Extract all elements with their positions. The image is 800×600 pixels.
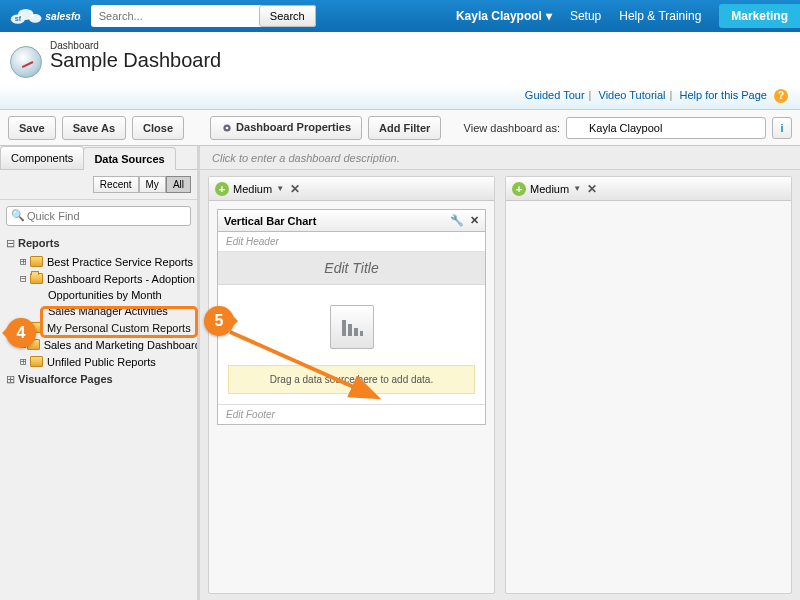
column-size-label: Medium	[530, 183, 569, 195]
filter-recent[interactable]: Recent	[93, 176, 139, 193]
help-page-link[interactable]: Help for this Page	[680, 89, 767, 101]
sidebar: Components Data Sources RecentMyAll 🔍 Re…	[0, 146, 200, 600]
add-component-button[interactable]: +	[215, 182, 229, 196]
svg-rect-9	[354, 328, 358, 336]
user-menu[interactable]: Kayla Claypool ▾	[456, 9, 552, 23]
view-as-label: View dashboard as:	[464, 122, 560, 134]
data-drop-zone[interactable]: Drag a data source here to add data.	[228, 365, 475, 394]
column-size-label: Medium	[233, 183, 272, 195]
chart-component[interactable]: Vertical Bar Chart 🔧 ✕ Edit Header Edit …	[217, 209, 486, 425]
edit-footer-field[interactable]: Edit Footer	[218, 404, 485, 424]
chevron-down-icon: ▾	[546, 9, 552, 23]
report-sales-manager-activities[interactable]: Sales Manager Activities	[4, 303, 197, 319]
page-header: Dashboard Sample Dashboard Guided Tour| …	[0, 32, 800, 110]
reports-section[interactable]: Reports	[4, 234, 197, 253]
filter-my[interactable]: My	[139, 176, 166, 193]
workspace: Components Data Sources RecentMyAll 🔍 Re…	[0, 146, 800, 600]
info-button[interactable]: i	[772, 117, 792, 139]
edit-title-field[interactable]: Edit Title	[218, 252, 485, 285]
column-size-menu[interactable]: ▼	[276, 184, 284, 193]
component-type-label: Vertical Bar Chart	[224, 215, 316, 227]
close-button[interactable]: Close	[132, 116, 184, 140]
page-title: Sample Dashboard	[50, 49, 221, 72]
svg-rect-10	[360, 331, 363, 336]
quick-find-input[interactable]	[6, 206, 191, 226]
gear-icon	[221, 122, 233, 134]
svg-rect-8	[348, 324, 352, 336]
step-marker-5: 5	[204, 306, 234, 336]
dashboard-column-1: + Medium ▼ ✕ Vertical Bar Chart 🔧 ✕ Edit…	[208, 176, 495, 594]
add-component-button[interactable]: +	[512, 182, 526, 196]
data-source-tree: Reports ⊞Best Practice Service Reports ⊟…	[0, 232, 197, 397]
svg-text:salesforce: salesforce	[45, 11, 80, 22]
guided-tour-link[interactable]: Guided Tour	[525, 89, 585, 101]
folder-unfiled-public[interactable]: ⊞Unfiled Public Reports	[4, 353, 197, 370]
svg-point-2	[29, 14, 42, 23]
help-links: Guided Tour| Video Tutorial| Help for th…	[525, 89, 788, 103]
vertical-bar-chart-icon[interactable]	[330, 305, 374, 349]
search-input[interactable]	[91, 10, 259, 22]
global-search: Search	[91, 5, 316, 27]
svg-rect-7	[342, 320, 346, 336]
user-name: Kayla Claypool	[456, 9, 542, 23]
save-button[interactable]: Save	[8, 116, 56, 140]
setup-link[interactable]: Setup	[570, 9, 601, 23]
action-toolbar: Save Save As Close Dashboard Properties …	[0, 110, 800, 146]
svg-point-6	[226, 127, 229, 130]
dashboard-properties-button[interactable]: Dashboard Properties	[210, 116, 362, 140]
view-as-input[interactable]	[566, 117, 766, 139]
component-remove-button[interactable]: ✕	[470, 214, 479, 227]
folder-best-practice[interactable]: ⊞Best Practice Service Reports	[4, 253, 197, 270]
search-icon: 🔍	[11, 209, 25, 222]
save-as-button[interactable]: Save As	[62, 116, 126, 140]
dashboard-canvas: Click to enter a dashboard description. …	[200, 146, 800, 600]
filter-all[interactable]: All	[166, 176, 191, 193]
dashboard-icon	[10, 46, 42, 78]
description-bar[interactable]: Click to enter a dashboard description.	[200, 146, 800, 170]
column-remove-button[interactable]: ✕	[587, 182, 597, 196]
salesforce-logo: sfsalesforce	[10, 4, 81, 28]
svg-text:sf: sf	[15, 15, 22, 22]
tab-components[interactable]: Components	[0, 146, 84, 169]
wrench-icon[interactable]: 🔧	[450, 214, 464, 227]
video-tutorial-link[interactable]: Video Tutorial	[599, 89, 666, 101]
tab-data-sources[interactable]: Data Sources	[83, 147, 175, 170]
column-remove-button[interactable]: ✕	[290, 182, 300, 196]
edit-header-field[interactable]: Edit Header	[218, 232, 485, 252]
top-nav-bar: sfsalesforce Search Kayla Claypool ▾ Set…	[0, 0, 800, 32]
help-icon[interactable]: ?	[774, 89, 788, 103]
folder-dashboard-reports[interactable]: ⊟Dashboard Reports - Adoption	[4, 270, 197, 287]
report-opportunities-by-month[interactable]: Opportunities by Month	[4, 287, 197, 303]
visualforce-section[interactable]: Visualforce Pages	[4, 370, 197, 389]
search-button[interactable]: Search	[259, 5, 316, 27]
dashboard-column-2: + Medium ▼ ✕	[505, 176, 792, 594]
column-size-menu[interactable]: ▼	[573, 184, 581, 193]
help-training-link[interactable]: Help & Training	[619, 9, 701, 23]
app-switcher[interactable]: Marketing	[719, 4, 800, 28]
step-marker-4: 4	[6, 318, 36, 348]
add-filter-button[interactable]: Add Filter	[368, 116, 441, 140]
